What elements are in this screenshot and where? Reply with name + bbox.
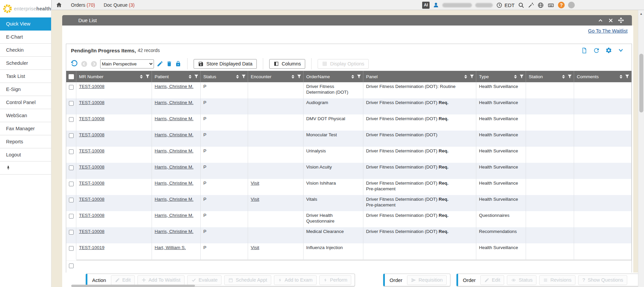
sidebar-item-logout[interactable]: Logout	[0, 148, 51, 161]
sort-icon[interactable]	[351, 75, 355, 79]
mr-number-link[interactable]: TEST-10008	[79, 84, 105, 89]
tab-orders[interactable]: Orders (70)	[71, 2, 95, 8]
avatar[interactable]	[568, 2, 575, 8]
pencil-icon[interactable]	[157, 60, 163, 67]
move-icon[interactable]	[618, 17, 624, 23]
row-checkbox[interactable]	[69, 214, 74, 219]
sort-icon[interactable]	[291, 75, 295, 79]
ai-badge[interactable]: AI	[422, 2, 430, 9]
patient-link[interactable]: Harris, Christine M.	[155, 164, 194, 170]
mr-number-link[interactable]: TEST-10019	[79, 245, 105, 250]
column-header-ordername[interactable]: OrderName	[304, 71, 363, 82]
sort-icon[interactable]	[236, 75, 239, 79]
patient-link[interactable]: Harris, Christine M.	[155, 84, 194, 89]
columns-button[interactable]: Columns	[269, 59, 305, 69]
sort-icon[interactable]	[562, 75, 565, 79]
column-header-panel[interactable]: Panel	[363, 71, 476, 82]
vertical-scrollbar[interactable]: ▲	[638, 10, 644, 287]
mr-number-link[interactable]: TEST-10008	[79, 132, 105, 137]
patient-link[interactable]: Harris, Christine M.	[155, 148, 194, 153]
mr-number-link[interactable]: TEST-10008	[79, 197, 105, 202]
store-displayed-data-button[interactable]: Store Displayed Data	[194, 59, 257, 69]
sidebar-item-checkin[interactable]: Checkin	[0, 44, 51, 57]
encounter-link[interactable]: Visit	[251, 197, 259, 202]
wand-icon[interactable]	[528, 2, 534, 8]
horizontal-scrollbar-thumb[interactable]	[71, 285, 195, 287]
filter-icon[interactable]	[194, 75, 198, 79]
perspective-select[interactable]: Main Perspective	[100, 59, 154, 68]
row-checkbox[interactable]	[69, 230, 74, 235]
mr-number-link[interactable]: TEST-10008	[79, 148, 105, 153]
row-checkbox[interactable]	[69, 182, 74, 186]
keyboard-icon[interactable]	[547, 2, 555, 8]
sidebar-item-webscan[interactable]: WebScan	[0, 109, 51, 122]
sort-icon[interactable]	[188, 75, 192, 79]
sidebar-item-reports[interactable]: Reports	[0, 135, 51, 148]
sidebar-item-quick-view[interactable]: Quick View	[0, 17, 51, 31]
filter-icon[interactable]	[470, 75, 474, 79]
row-checkbox[interactable]	[69, 101, 74, 106]
sort-icon[interactable]	[464, 75, 468, 79]
user-icon[interactable]	[433, 2, 439, 8]
filter-icon[interactable]	[297, 75, 301, 79]
sidebar-item-task-list[interactable]: Task List	[0, 70, 51, 83]
column-header-mr-number[interactable]: MR Number	[76, 71, 152, 82]
sort-icon[interactable]	[619, 75, 623, 79]
sort-icon[interactable]	[514, 75, 517, 79]
column-header-station[interactable]: Station	[526, 71, 574, 82]
chevron-down-icon[interactable]	[617, 48, 624, 53]
new-row-checkbox[interactable]	[69, 264, 74, 268]
filter-icon[interactable]	[242, 75, 246, 79]
trash-icon[interactable]	[166, 60, 172, 67]
undo-icon[interactable]	[70, 60, 78, 68]
sort-icon[interactable]	[139, 75, 143, 79]
lock-icon[interactable]	[175, 60, 181, 67]
mr-number-link[interactable]: TEST-10008	[79, 181, 105, 186]
filter-icon[interactable]	[357, 75, 361, 79]
gear-icon[interactable]	[605, 47, 612, 54]
row-checkbox[interactable]	[69, 117, 74, 122]
filter-icon[interactable]	[146, 75, 150, 79]
encounter-link[interactable]: Visit	[251, 245, 259, 250]
new-document-icon[interactable]	[581, 47, 588, 54]
sidebar-pin-button[interactable]	[0, 161, 51, 175]
refresh-icon[interactable]	[593, 47, 600, 54]
patient-link[interactable]: Harris, Christine M.	[155, 229, 194, 234]
sidebar-item-scheduler[interactable]: Scheduler	[0, 57, 51, 70]
select-all-checkbox[interactable]	[69, 74, 74, 79]
mr-number-link[interactable]: TEST-10008	[79, 213, 105, 218]
column-header-status[interactable]: Status	[201, 71, 248, 82]
patient-link[interactable]: Harris, Christine M.	[155, 181, 194, 186]
mr-number-link[interactable]: TEST-10008	[79, 229, 105, 234]
row-checkbox[interactable]	[69, 198, 74, 202]
row-checkbox[interactable]	[69, 246, 74, 251]
home-icon[interactable]	[56, 2, 62, 8]
encounter-link[interactable]: Visit	[251, 181, 259, 186]
patient-link[interactable]: Hart, William S.	[155, 245, 186, 250]
row-checkbox[interactable]	[69, 133, 74, 138]
filter-icon[interactable]	[568, 75, 572, 79]
globe-icon[interactable]	[537, 2, 544, 8]
row-checkbox[interactable]	[69, 85, 74, 90]
filter-icon[interactable]	[625, 75, 629, 79]
vertical-scrollbar-thumb[interactable]	[639, 54, 643, 112]
filter-icon[interactable]	[520, 75, 524, 79]
sidebar-item-control-panel[interactable]: Control Panel	[0, 96, 51, 109]
column-header-encounter[interactable]: Encounter	[248, 71, 304, 82]
mr-number-link[interactable]: TEST-10008	[79, 164, 105, 170]
column-header-patient[interactable]: Patient	[152, 71, 201, 82]
patient-link[interactable]: Harris, Christine M.	[155, 213, 194, 218]
tab-doc-queue[interactable]: Doc Queue (3)	[104, 2, 135, 8]
patient-link[interactable]: Harris, Christine M.	[155, 116, 194, 121]
collapse-icon[interactable]	[598, 18, 603, 23]
sidebar-item-e-sign[interactable]: E-Sign	[0, 83, 51, 96]
column-header-comments[interactable]: Comments	[574, 71, 632, 82]
patient-link[interactable]: Harris, Christine M.	[155, 132, 194, 137]
column-header-type[interactable]: Type	[476, 71, 526, 82]
patient-link[interactable]: Harris, Christine M.	[155, 197, 194, 202]
mr-number-link[interactable]: TEST-10008	[79, 116, 105, 121]
search-icon[interactable]	[518, 2, 524, 8]
row-checkbox[interactable]	[69, 149, 74, 154]
scroll-up-arrow[interactable]: ▲	[638, 10, 644, 15]
go-to-waitlist-link[interactable]: Go To The Waitlist	[588, 28, 628, 34]
